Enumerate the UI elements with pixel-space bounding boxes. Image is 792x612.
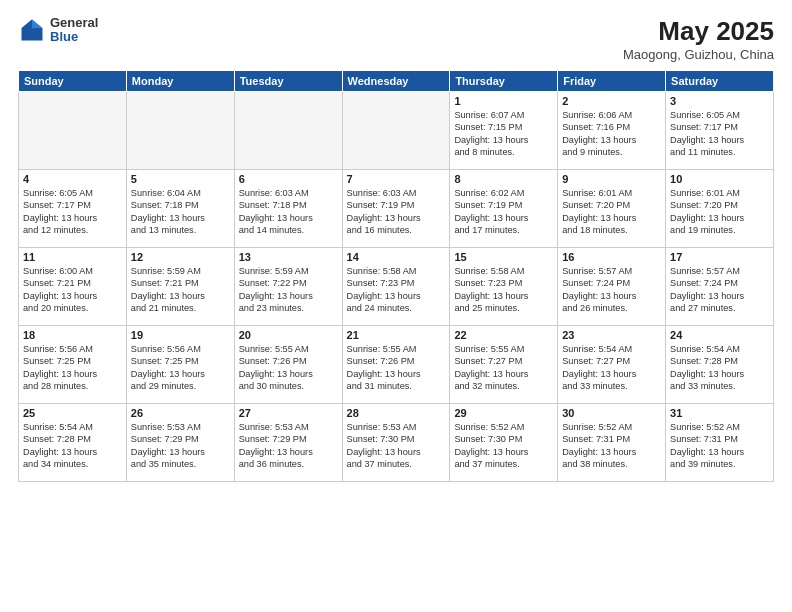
day-info: Sunrise: 5:58 AM Sunset: 7:23 PM Dayligh…: [347, 265, 446, 315]
weekday-header-friday: Friday: [558, 71, 666, 92]
day-info: Sunrise: 5:55 AM Sunset: 7:26 PM Dayligh…: [347, 343, 446, 393]
day-cell-16: 16Sunrise: 5:57 AM Sunset: 7:24 PM Dayli…: [558, 248, 666, 326]
day-info: Sunrise: 6:01 AM Sunset: 7:20 PM Dayligh…: [670, 187, 769, 237]
svg-marker-1: [32, 20, 43, 29]
day-number: 23: [562, 329, 661, 341]
page: General Blue May 2025 Maogong, Guizhou, …: [0, 0, 792, 612]
day-cell-1: 1Sunrise: 6:07 AM Sunset: 7:15 PM Daylig…: [450, 92, 558, 170]
day-number: 27: [239, 407, 338, 419]
day-cell-6: 6Sunrise: 6:03 AM Sunset: 7:18 PM Daylig…: [234, 170, 342, 248]
day-number: 21: [347, 329, 446, 341]
day-cell-13: 13Sunrise: 5:59 AM Sunset: 7:22 PM Dayli…: [234, 248, 342, 326]
day-cell-20: 20Sunrise: 5:55 AM Sunset: 7:26 PM Dayli…: [234, 326, 342, 404]
day-info: Sunrise: 5:59 AM Sunset: 7:21 PM Dayligh…: [131, 265, 230, 315]
day-cell-4: 4Sunrise: 6:05 AM Sunset: 7:17 PM Daylig…: [19, 170, 127, 248]
day-info: Sunrise: 5:57 AM Sunset: 7:24 PM Dayligh…: [562, 265, 661, 315]
day-number: 9: [562, 173, 661, 185]
day-number: 10: [670, 173, 769, 185]
day-cell-28: 28Sunrise: 5:53 AM Sunset: 7:30 PM Dayli…: [342, 404, 450, 482]
day-cell-5: 5Sunrise: 6:04 AM Sunset: 7:18 PM Daylig…: [126, 170, 234, 248]
day-cell-31: 31Sunrise: 5:52 AM Sunset: 7:31 PM Dayli…: [666, 404, 774, 482]
day-info: Sunrise: 5:56 AM Sunset: 7:25 PM Dayligh…: [23, 343, 122, 393]
day-info: Sunrise: 5:57 AM Sunset: 7:24 PM Dayligh…: [670, 265, 769, 315]
day-info: Sunrise: 6:02 AM Sunset: 7:19 PM Dayligh…: [454, 187, 553, 237]
day-info: Sunrise: 6:01 AM Sunset: 7:20 PM Dayligh…: [562, 187, 661, 237]
day-number: 16: [562, 251, 661, 263]
day-number: 18: [23, 329, 122, 341]
logo-text: General Blue: [50, 16, 98, 45]
day-info: Sunrise: 6:00 AM Sunset: 7:21 PM Dayligh…: [23, 265, 122, 315]
empty-cell: [342, 92, 450, 170]
day-number: 7: [347, 173, 446, 185]
location-subtitle: Maogong, Guizhou, China: [623, 47, 774, 62]
day-number: 4: [23, 173, 122, 185]
day-info: Sunrise: 6:06 AM Sunset: 7:16 PM Dayligh…: [562, 109, 661, 159]
day-number: 24: [670, 329, 769, 341]
day-cell-19: 19Sunrise: 5:56 AM Sunset: 7:25 PM Dayli…: [126, 326, 234, 404]
day-info: Sunrise: 5:54 AM Sunset: 7:27 PM Dayligh…: [562, 343, 661, 393]
day-cell-2: 2Sunrise: 6:06 AM Sunset: 7:16 PM Daylig…: [558, 92, 666, 170]
weekday-header-wednesday: Wednesday: [342, 71, 450, 92]
logo: General Blue: [18, 16, 98, 45]
day-info: Sunrise: 5:52 AM Sunset: 7:31 PM Dayligh…: [562, 421, 661, 471]
empty-cell: [234, 92, 342, 170]
day-cell-11: 11Sunrise: 6:00 AM Sunset: 7:21 PM Dayli…: [19, 248, 127, 326]
day-cell-15: 15Sunrise: 5:58 AM Sunset: 7:23 PM Dayli…: [450, 248, 558, 326]
day-cell-30: 30Sunrise: 5:52 AM Sunset: 7:31 PM Dayli…: [558, 404, 666, 482]
day-number: 26: [131, 407, 230, 419]
day-info: Sunrise: 5:52 AM Sunset: 7:30 PM Dayligh…: [454, 421, 553, 471]
day-info: Sunrise: 5:58 AM Sunset: 7:23 PM Dayligh…: [454, 265, 553, 315]
day-number: 13: [239, 251, 338, 263]
day-number: 15: [454, 251, 553, 263]
day-number: 14: [347, 251, 446, 263]
svg-marker-2: [22, 20, 33, 29]
day-number: 30: [562, 407, 661, 419]
day-cell-18: 18Sunrise: 5:56 AM Sunset: 7:25 PM Dayli…: [19, 326, 127, 404]
day-cell-27: 27Sunrise: 5:53 AM Sunset: 7:29 PM Dayli…: [234, 404, 342, 482]
weekday-header-monday: Monday: [126, 71, 234, 92]
day-number: 28: [347, 407, 446, 419]
month-year-title: May 2025: [623, 16, 774, 47]
day-cell-26: 26Sunrise: 5:53 AM Sunset: 7:29 PM Dayli…: [126, 404, 234, 482]
weekday-header-row: SundayMondayTuesdayWednesdayThursdayFrid…: [19, 71, 774, 92]
day-number: 29: [454, 407, 553, 419]
day-cell-21: 21Sunrise: 5:55 AM Sunset: 7:26 PM Dayli…: [342, 326, 450, 404]
day-info: Sunrise: 5:53 AM Sunset: 7:29 PM Dayligh…: [131, 421, 230, 471]
day-info: Sunrise: 5:54 AM Sunset: 7:28 PM Dayligh…: [23, 421, 122, 471]
logo-icon: [18, 16, 46, 44]
logo-general: General: [50, 16, 98, 30]
weekday-header-thursday: Thursday: [450, 71, 558, 92]
day-number: 31: [670, 407, 769, 419]
day-info: Sunrise: 6:03 AM Sunset: 7:19 PM Dayligh…: [347, 187, 446, 237]
day-number: 3: [670, 95, 769, 107]
day-number: 8: [454, 173, 553, 185]
day-number: 6: [239, 173, 338, 185]
day-cell-25: 25Sunrise: 5:54 AM Sunset: 7:28 PM Dayli…: [19, 404, 127, 482]
day-number: 19: [131, 329, 230, 341]
day-cell-14: 14Sunrise: 5:58 AM Sunset: 7:23 PM Dayli…: [342, 248, 450, 326]
empty-cell: [126, 92, 234, 170]
week-row-5: 25Sunrise: 5:54 AM Sunset: 7:28 PM Dayli…: [19, 404, 774, 482]
day-number: 22: [454, 329, 553, 341]
weekday-header-sunday: Sunday: [19, 71, 127, 92]
day-cell-22: 22Sunrise: 5:55 AM Sunset: 7:27 PM Dayli…: [450, 326, 558, 404]
day-number: 2: [562, 95, 661, 107]
day-number: 17: [670, 251, 769, 263]
day-info: Sunrise: 5:54 AM Sunset: 7:28 PM Dayligh…: [670, 343, 769, 393]
week-row-3: 11Sunrise: 6:00 AM Sunset: 7:21 PM Dayli…: [19, 248, 774, 326]
day-cell-10: 10Sunrise: 6:01 AM Sunset: 7:20 PM Dayli…: [666, 170, 774, 248]
day-info: Sunrise: 5:59 AM Sunset: 7:22 PM Dayligh…: [239, 265, 338, 315]
day-info: Sunrise: 6:05 AM Sunset: 7:17 PM Dayligh…: [670, 109, 769, 159]
day-cell-12: 12Sunrise: 5:59 AM Sunset: 7:21 PM Dayli…: [126, 248, 234, 326]
day-info: Sunrise: 5:55 AM Sunset: 7:26 PM Dayligh…: [239, 343, 338, 393]
calendar-table: SundayMondayTuesdayWednesdayThursdayFrid…: [18, 70, 774, 482]
day-number: 20: [239, 329, 338, 341]
day-cell-23: 23Sunrise: 5:54 AM Sunset: 7:27 PM Dayli…: [558, 326, 666, 404]
day-number: 11: [23, 251, 122, 263]
day-info: Sunrise: 5:56 AM Sunset: 7:25 PM Dayligh…: [131, 343, 230, 393]
day-number: 25: [23, 407, 122, 419]
day-number: 1: [454, 95, 553, 107]
day-cell-17: 17Sunrise: 5:57 AM Sunset: 7:24 PM Dayli…: [666, 248, 774, 326]
day-info: Sunrise: 5:53 AM Sunset: 7:29 PM Dayligh…: [239, 421, 338, 471]
header: General Blue May 2025 Maogong, Guizhou, …: [18, 16, 774, 62]
